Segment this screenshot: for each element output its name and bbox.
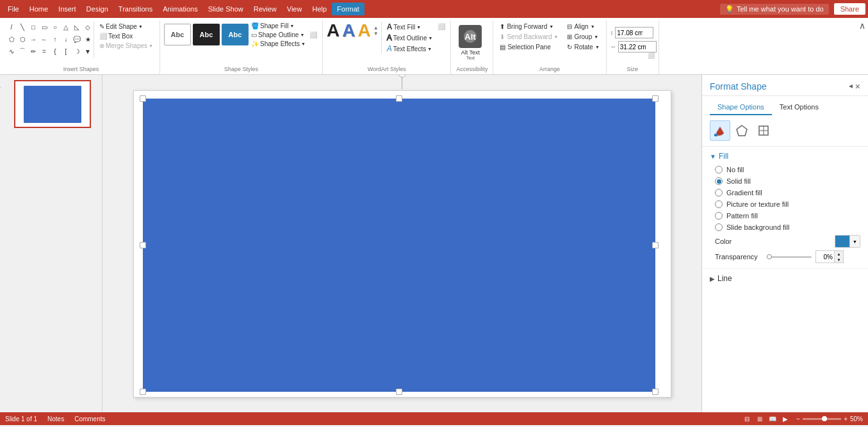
shape-brace[interactable]: {: [50, 46, 60, 56]
handle-br[interactable]: [652, 389, 659, 395]
solid-fill-radio[interactable]: [715, 177, 723, 185]
effects-icon-btn[interactable]: [732, 120, 752, 141]
share-button[interactable]: Share: [834, 3, 865, 15]
shape-rect[interactable]: □: [28, 22, 38, 32]
handle-tc[interactable]: [396, 95, 402, 102]
size-props-icon-btn[interactable]: [753, 120, 774, 141]
shape-rtriangle[interactable]: ◺: [72, 22, 82, 32]
send-backward-button[interactable]: ⬇ Send Backward ▼: [497, 32, 561, 42]
selection-pane-button[interactable]: ▤ Selection Pane: [497, 42, 561, 52]
text-box-button[interactable]: ⬜ Text Box: [97, 31, 156, 41]
shape-diamond[interactable]: ◇: [83, 22, 93, 32]
fill-line-icon-btn[interactable]: [710, 120, 730, 141]
size-expand[interactable]: ⬜: [648, 52, 655, 59]
menu-format[interactable]: Format: [332, 3, 364, 15]
menu-insert[interactable]: Insert: [53, 3, 81, 15]
panel-back-button[interactable]: ◂: [849, 81, 853, 92]
menu-review[interactable]: Review: [249, 3, 282, 15]
merge-shapes-button[interactable]: ⊕ Merge Shapes ▼: [97, 41, 156, 51]
width-input[interactable]: [618, 41, 657, 52]
shape-oval[interactable]: ○: [50, 22, 60, 32]
bring-forward-button[interactable]: ⬆ Bring Forward ▼: [497, 22, 561, 31]
shape-line[interactable]: /: [6, 22, 17, 32]
edit-shape-button[interactable]: ✎ Edit Shape ▼: [97, 22, 156, 31]
menu-view[interactable]: View: [282, 3, 307, 15]
group-button[interactable]: ⊞ Group ▼: [564, 32, 602, 42]
shape-arrow-l[interactable]: ←: [39, 34, 49, 44]
handle-bc[interactable]: [396, 389, 402, 395]
shape-hex[interactable]: ⬡: [17, 34, 28, 44]
height-input[interactable]: [615, 27, 653, 38]
no-fill-radio[interactable]: [715, 166, 723, 173]
shape-diagonal[interactable]: ╲: [17, 22, 28, 32]
menu-file[interactable]: File: [3, 3, 24, 15]
wordart-letter-3[interactable]: A: [357, 22, 370, 40]
shape-roundrect[interactable]: ▭: [39, 22, 49, 32]
transparency-thumb[interactable]: [767, 254, 772, 259]
pattern-fill-radio[interactable]: [715, 212, 723, 220]
handle-mr[interactable]: [652, 242, 659, 248]
text-fill-button[interactable]: A Text Fill ▼: [386, 22, 434, 32]
style-box-black[interactable]: Abc: [193, 24, 220, 45]
shape-bracket[interactable]: [: [61, 46, 71, 56]
wordart-letter-2[interactable]: A: [342, 22, 355, 40]
shape-moon[interactable]: ☽: [72, 46, 82, 56]
slide-thumbnail-1[interactable]: 1: [5, 80, 97, 128]
shape-outline-button[interactable]: ▭ Shape Outline ▼: [250, 31, 307, 39]
ribbon-collapse-button[interactable]: ∧: [859, 20, 865, 31]
zoom-plus[interactable]: +: [844, 415, 848, 423]
gradient-fill-option[interactable]: Gradient fill: [715, 189, 860, 197]
tab-shape-options[interactable]: Shape Options: [710, 100, 772, 115]
shape-callout[interactable]: 💬: [72, 34, 82, 44]
no-fill-option[interactable]: No fill: [715, 166, 860, 173]
shape-freeform[interactable]: ⌒: [17, 46, 28, 56]
align-button[interactable]: ⊟ Align ▼: [564, 22, 602, 31]
fill-section-header[interactable]: ▼ Fill: [710, 152, 860, 161]
handle-tr[interactable]: [652, 95, 659, 102]
shape-arrow-d[interactable]: ↓: [61, 34, 71, 44]
reading-view-button[interactable]: 📖: [767, 414, 778, 423]
solid-fill-option[interactable]: Solid fill: [715, 177, 860, 185]
wordart-expand[interactable]: ▲▼: [373, 22, 379, 40]
zoom-minus[interactable]: −: [796, 415, 800, 423]
shape-curve[interactable]: ∿: [6, 46, 17, 56]
transparency-input[interactable]: [816, 251, 834, 262]
picture-fill-radio[interactable]: [715, 200, 723, 208]
normal-view-button[interactable]: ⊟: [741, 414, 753, 423]
zoom-level[interactable]: 50%: [850, 415, 863, 423]
trans-up[interactable]: ▲: [834, 251, 843, 257]
shape-triangle[interactable]: △: [61, 22, 71, 32]
shape-eq[interactable]: =: [39, 46, 49, 56]
zoom-slider[interactable]: [803, 418, 841, 420]
text-outline-button[interactable]: A Text Outline ▼: [386, 33, 434, 43]
color-dropdown-arrow[interactable]: ▼: [849, 236, 860, 247]
shape-arrow-u[interactable]: ↑: [50, 34, 60, 44]
shape-styles-expand[interactable]: ⬜: [308, 30, 318, 40]
gradient-fill-radio[interactable]: [715, 189, 723, 197]
menu-transitions[interactable]: Transitions: [113, 3, 158, 15]
menu-animations[interactable]: Animations: [158, 3, 202, 15]
shape-fill-button[interactable]: 🪣 Shape Fill ▼: [250, 22, 307, 30]
text-effects-button[interactable]: A Text Effects ▼: [386, 44, 434, 54]
wordart-styles-expand[interactable]: ⬜: [436, 22, 446, 31]
style-box-blue[interactable]: Abc: [222, 24, 249, 45]
handle-ml[interactable]: [140, 242, 146, 248]
style-box-white[interactable]: Abc: [164, 24, 191, 45]
menu-design[interactable]: Design: [81, 3, 113, 15]
rotate-handle[interactable]: [398, 75, 406, 77]
handle-bl[interactable]: [140, 389, 146, 395]
panel-close-button[interactable]: ×: [855, 81, 860, 92]
picture-fill-option[interactable]: Picture or texture fill: [715, 200, 860, 208]
blue-rectangle[interactable]: [143, 99, 655, 392]
slide-sorter-button[interactable]: ⊞: [754, 414, 766, 423]
menu-slideshow[interactable]: Slide Show: [203, 3, 249, 15]
comments-button[interactable]: Comments: [74, 415, 105, 423]
slide-bg-fill-option[interactable]: Slide background fill: [715, 223, 860, 231]
shape-effects-button[interactable]: ✨ Shape Effects ▼: [250, 40, 307, 48]
trans-down[interactable]: ▼: [834, 257, 843, 262]
rotate-button[interactable]: ↻ Rotate ▼: [564, 42, 602, 52]
alt-text-button[interactable]: Alt Alt Text Text: [456, 20, 484, 65]
slideshow-button[interactable]: ▶: [780, 414, 791, 423]
menu-help[interactable]: Help: [307, 3, 332, 15]
pattern-fill-option[interactable]: Pattern fill: [715, 212, 860, 220]
